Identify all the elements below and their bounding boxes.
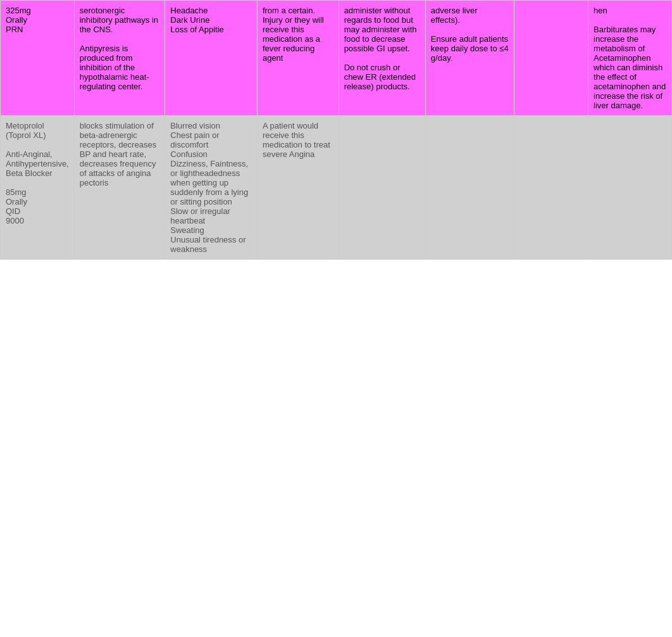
- drug-text: 325mg Orally PRN: [6, 6, 31, 34]
- notes-cell: [588, 116, 672, 260]
- teaching-text: A patient would receive this medication …: [263, 121, 330, 159]
- drug-cell: Metoprolol (Toprol XL) Anti-Anginal, Ant…: [1, 116, 75, 260]
- mechanism-text: blocks stimulation of beta-adrenergic re…: [80, 121, 156, 187]
- medication-table: 325mg Orally PRN serotonergic inhibitory…: [0, 0, 672, 260]
- extra2-cell: [514, 1, 588, 116]
- notes-cell: hen Barbiturates may increase the metabo…: [588, 1, 672, 116]
- mechanism-cell: blocks stimulation of beta-adrenergic re…: [74, 116, 165, 260]
- side-effects-cell: Headache Dark Urine Loss of Appitie: [165, 1, 258, 116]
- mechanism-text: serotonergic inhibitory pathways in the …: [80, 6, 158, 91]
- administration-cell: [339, 116, 425, 260]
- teaching-cell: A patient would receive this medication …: [257, 116, 339, 260]
- notes-text: hen Barbiturates may increase the metabo…: [594, 6, 666, 110]
- extra1-cell: [425, 116, 514, 260]
- side-effects-text: Blurred vision Chest pain or discomfort …: [170, 121, 248, 254]
- side-effects-cell: Blurred vision Chest pain or discomfort …: [165, 116, 258, 260]
- administration-text: administer without regards to food but m…: [344, 6, 417, 91]
- page: 325mg Orally PRN serotonergic inhibitory…: [0, 0, 672, 637]
- teaching-cell: from a certain. Injury or they will rece…: [257, 1, 339, 116]
- table-row: 325mg Orally PRN serotonergic inhibitory…: [1, 1, 672, 116]
- administration-cell: administer without regards to food but m…: [339, 1, 425, 116]
- table-row: Metoprolol (Toprol XL) Anti-Anginal, Ant…: [1, 116, 672, 260]
- mechanism-cell: serotonergic inhibitory pathways in the …: [74, 1, 165, 116]
- teaching-text: from a certain. Injury or they will rece…: [263, 6, 324, 63]
- extra2-cell: [514, 116, 588, 260]
- side-effects-text: Headache Dark Urine Loss of Appitie: [170, 6, 224, 34]
- drug-cell: 325mg Orally PRN: [1, 1, 75, 116]
- drug-text: Metoprolol (Toprol XL) Anti-Anginal, Ant…: [6, 121, 69, 225]
- extra1-text: adverse liver effects). Ensure adult pat…: [431, 6, 509, 63]
- extra1-cell: adverse liver effects). Ensure adult pat…: [425, 1, 514, 116]
